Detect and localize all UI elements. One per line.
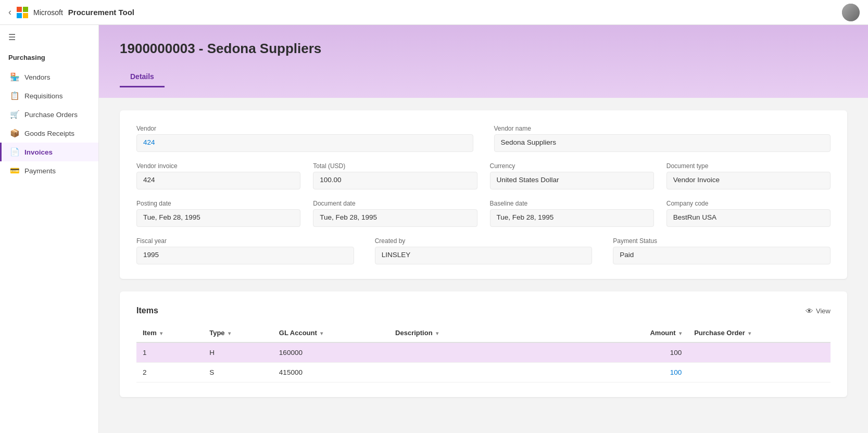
payment-status-label: Payment Status: [613, 237, 831, 245]
col-amount-sort: ▾: [679, 330, 682, 336]
document-date-label: Document date: [313, 200, 477, 207]
posting-date-label: Posting date: [136, 200, 300, 207]
company-code-field: Company code BestRun USA: [666, 200, 831, 227]
baseline-date-label: Baseline date: [490, 200, 654, 207]
topbar-left: ‹ Microsoft Procurement Tool: [8, 7, 134, 18]
document-date-value: Tue, Feb 28, 1995: [313, 209, 477, 227]
sidebar-item-goods-receipts[interactable]: 📦 Goods Receipts: [0, 124, 98, 143]
sidebar-item-vendors[interactable]: 🏪 Vendors: [0, 68, 98, 86]
col-amount-label: Amount: [650, 329, 675, 337]
posting-date-field: Posting date Tue, Feb 28, 1995: [136, 200, 300, 227]
col-description-sort: ▾: [436, 330, 438, 336]
col-item[interactable]: Item ▾: [136, 324, 203, 342]
requisitions-icon: 📋: [10, 91, 19, 100]
sidebar-item-label-vendors: Vendors: [24, 73, 51, 81]
vendor-value[interactable]: 424: [136, 134, 473, 152]
table-row: 2S415000100: [136, 363, 831, 383]
col-amount[interactable]: Amount ▾: [597, 324, 688, 342]
sidebar-item-requisitions[interactable]: 📋 Requisitions: [0, 86, 98, 105]
sidebar-item-label-payments: Payments: [24, 167, 56, 175]
purchase-orders-icon: 🛒: [10, 110, 19, 119]
vendor-invoice-field: Vendor invoice 424: [136, 162, 300, 189]
baseline-date-field: Baseline date Tue, Feb 28, 1995: [490, 200, 654, 227]
cell-gl-account: 160000: [273, 342, 389, 363]
items-title: Items: [136, 306, 158, 315]
invoices-icon: 📄: [10, 147, 19, 157]
page-header: 1900000003 - Sedona Suppliers Details: [99, 25, 868, 98]
vendor-label: Vendor: [136, 125, 473, 132]
created-by-value: LINSLEY: [375, 247, 593, 264]
table-row: 1H160000100: [136, 342, 831, 363]
sidebar-item-label-goods-receipts: Goods Receipts: [24, 130, 74, 137]
cell-description: [389, 363, 597, 383]
avatar-image: [842, 4, 860, 21]
sidebar-item-label-requisitions: Requisitions: [24, 92, 63, 100]
items-section-header: Items 👁 View: [136, 306, 831, 315]
cell-amount[interactable]: 100: [597, 363, 688, 383]
cell-type: S: [203, 363, 273, 383]
cell-purchase-order: [688, 363, 831, 383]
ms-logo-red: [17, 7, 22, 12]
vendor-invoice-label: Vendor invoice: [136, 162, 300, 170]
total-value: 100.00: [313, 172, 477, 189]
view-button-label: View: [816, 307, 831, 315]
vendors-icon: 🏪: [10, 72, 19, 82]
vendor-name-value: Sedona Suppliers: [494, 134, 831, 152]
col-gl-account[interactable]: GL Account ▾: [273, 324, 389, 342]
main-content: 1900000003 - Sedona Suppliers Details Ve…: [99, 25, 868, 433]
fiscal-year-label: Fiscal year: [136, 237, 354, 245]
document-type-value: Vendor Invoice: [666, 172, 831, 189]
app-title: Procurement Tool: [68, 8, 134, 17]
back-button[interactable]: ‹: [8, 7, 11, 18]
col-gl-account-sort: ▾: [320, 330, 323, 336]
sidebar-item-payments[interactable]: 💳 Payments: [0, 161, 98, 180]
cell-item: 1: [136, 342, 203, 363]
cell-item: 2: [136, 363, 203, 383]
fiscal-year-field: Fiscal year 1995: [136, 237, 354, 264]
details-card: Vendor 424 Vendor name Sedona Suppliers …: [120, 110, 847, 279]
col-purchase-order-label: Purchase Order: [694, 329, 745, 337]
document-type-label: Document type: [666, 162, 831, 170]
document-type-field: Document type Vendor Invoice: [666, 162, 831, 189]
document-date-field: Document date Tue, Feb 28, 1995: [313, 200, 477, 227]
ms-logo-blue: [17, 13, 22, 18]
sidebar-item-invoices[interactable]: 📄 Invoices: [0, 143, 98, 161]
col-purchase-order-sort: ▾: [748, 330, 751, 336]
vendor-invoice-value: 424: [136, 172, 300, 189]
sidebar-item-label-purchase-orders: Purchase Orders: [24, 111, 78, 119]
eye-icon: 👁: [806, 307, 813, 315]
hamburger-menu[interactable]: ☰: [0, 25, 98, 49]
fiscal-year-value: 1995: [136, 247, 354, 264]
payment-status-value: Paid: [613, 247, 831, 264]
cell-amount: 100: [597, 342, 688, 363]
view-button[interactable]: 👁 View: [806, 307, 831, 315]
posting-date-value: Tue, Feb 28, 1995: [136, 209, 300, 227]
payment-status-field: Payment Status Paid: [613, 237, 831, 264]
topbar: ‹ Microsoft Procurement Tool: [0, 0, 868, 25]
col-type-sort: ▾: [228, 330, 231, 336]
currency-field: Currency United States Dollar: [490, 162, 654, 189]
ms-logo-green: [23, 7, 28, 12]
currency-label: Currency: [490, 162, 654, 170]
microsoft-label: Microsoft: [33, 8, 63, 17]
created-by-field: Created by LINSLEY: [375, 237, 593, 264]
main-layout: ☰ Purchasing 🏪 Vendors 📋 Requisitions 🛒 …: [0, 25, 868, 433]
col-item-label: Item: [143, 329, 157, 337]
cell-type: H: [203, 342, 273, 363]
microsoft-logo: [17, 7, 28, 18]
col-type-label: Type: [209, 329, 224, 337]
sidebar-section-title: Purchasing: [0, 49, 98, 68]
tab-details[interactable]: Details: [120, 67, 165, 87]
col-description-label: Description: [395, 329, 433, 337]
col-description[interactable]: Description ▾: [389, 324, 597, 342]
col-purchase-order[interactable]: Purchase Order ▾: [688, 324, 831, 342]
sidebar-item-label-invoices: Invoices: [24, 148, 53, 156]
sidebar-item-purchase-orders[interactable]: 🛒 Purchase Orders: [0, 105, 98, 124]
sidebar: ☰ Purchasing 🏪 Vendors 📋 Requisitions 🛒 …: [0, 25, 99, 433]
vendor-name-field: Vendor name Sedona Suppliers: [494, 125, 831, 152]
currency-value: United States Dollar: [490, 172, 654, 189]
table-header-row: Item ▾ Type ▾ GL Account ▾: [136, 324, 831, 342]
user-avatar[interactable]: [842, 4, 860, 21]
col-type[interactable]: Type ▾: [203, 324, 273, 342]
goods-receipts-icon: 📦: [10, 129, 19, 138]
